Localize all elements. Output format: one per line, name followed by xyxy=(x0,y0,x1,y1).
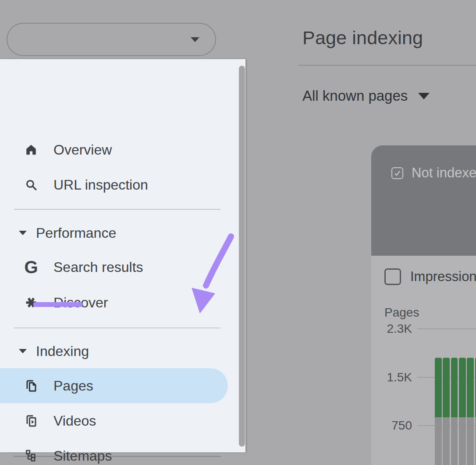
y-tick-label: 1.5K xyxy=(371,370,412,385)
bar-indexed xyxy=(459,358,466,417)
sidebar-item-label: Sitemaps xyxy=(53,448,112,464)
sidebar-item-videos[interactable]: Videos xyxy=(0,403,245,438)
checkmark-icon xyxy=(393,169,401,177)
bar-not-indexed xyxy=(467,417,474,465)
google-search-console-screen: Page indexing All known pages Not indexe… xyxy=(0,0,476,465)
sidebar-section-label: Performance xyxy=(36,225,116,241)
sidebar: Overview URL inspection Performance G Se… xyxy=(0,59,245,452)
sidebar-item-sitemaps[interactable]: Sitemaps xyxy=(0,438,245,465)
search-icon xyxy=(24,178,38,192)
property-selector[interactable] xyxy=(7,23,216,56)
page-filter-dropdown[interactable]: All known pages xyxy=(302,87,430,105)
sitemaps-icon xyxy=(24,449,38,463)
sidebar-item-label: Discover xyxy=(53,295,108,311)
impressions-label: Impressions xyxy=(410,269,476,285)
sidebar-section-indexing[interactable]: Indexing xyxy=(0,334,245,369)
sidebar-item-url-inspection[interactable]: URL inspection xyxy=(0,167,245,202)
not-indexed-label: Not indexed xyxy=(412,165,476,181)
title-divider xyxy=(298,65,476,66)
sidebar-divider xyxy=(14,209,220,210)
asterisk-icon xyxy=(24,296,38,310)
google-g-icon: G xyxy=(24,260,38,274)
bar-not-indexed xyxy=(435,417,442,465)
pages-chart-card: 7501.5K2.3K Impressions Pages xyxy=(371,256,476,465)
bar-indexed xyxy=(467,358,474,417)
home-icon xyxy=(24,143,38,157)
sidebar-item-label: URL inspection xyxy=(53,177,148,193)
y-tick-label: 750 xyxy=(371,418,412,433)
caret-down-icon xyxy=(19,349,27,353)
chevron-down-icon xyxy=(418,93,430,99)
sidebar-item-discover[interactable]: Discover xyxy=(0,285,245,320)
bar-not-indexed xyxy=(443,417,450,465)
sidebar-item-overview[interactable]: Overview xyxy=(0,132,245,167)
bar-not-indexed xyxy=(451,417,458,465)
bar-indexed xyxy=(435,358,442,417)
pages-icon xyxy=(24,379,38,393)
sidebar-section-label: Indexing xyxy=(36,343,89,359)
bar-indexed xyxy=(443,358,450,417)
sidebar-item-label: Videos xyxy=(53,413,96,429)
sidebar-section-performance[interactable]: Performance xyxy=(0,215,245,250)
sidebar-item-label: Overview xyxy=(53,142,112,158)
sidebar-divider xyxy=(14,328,220,328)
sidebar-item-search-results[interactable]: G Search results xyxy=(0,250,245,285)
page-filter-label: All known pages xyxy=(302,88,408,104)
impressions-checkbox[interactable] xyxy=(384,268,401,285)
sidebar-scrollbar[interactable] xyxy=(239,66,245,447)
sidebar-item-label: Search results xyxy=(53,259,143,275)
sidebar-item-label: Pages xyxy=(53,378,93,394)
caret-down-icon xyxy=(19,231,27,235)
not-indexed-card[interactable]: Not indexed 861 6 reasons xyxy=(371,145,476,256)
chevron-down-icon xyxy=(191,37,199,42)
bar-not-indexed xyxy=(459,417,466,465)
y-axis-title: Pages xyxy=(384,306,419,320)
impressions-toggle-row[interactable]: Impressions xyxy=(384,268,476,285)
sidebar-item-pages[interactable]: Pages xyxy=(0,368,245,403)
bar-indexed xyxy=(451,358,458,417)
gridline xyxy=(417,328,476,329)
not-indexed-checkbox[interactable] xyxy=(391,167,403,179)
page-title: Page indexing xyxy=(302,27,423,49)
videos-icon xyxy=(24,414,38,428)
y-tick-label: 2.3K xyxy=(371,321,412,336)
pages-chart: 7501.5K2.3K xyxy=(371,256,476,465)
